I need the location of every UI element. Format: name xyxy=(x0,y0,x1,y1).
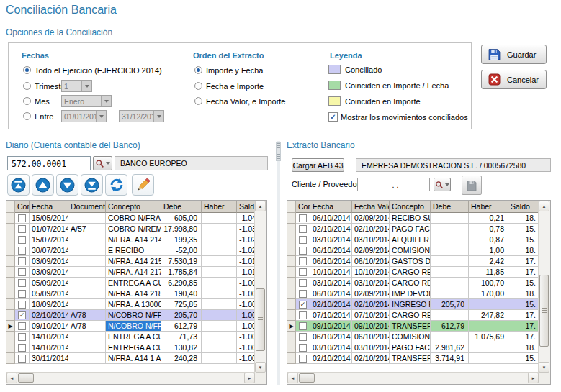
row-checkbox[interactable] xyxy=(299,247,307,255)
row-checkbox[interactable] xyxy=(299,225,307,233)
radio-todo-ejercicio[interactable]: Todo el Ejercicio (EJERCICIO 2014) xyxy=(23,64,162,76)
scroll-down-button[interactable] xyxy=(539,362,549,373)
radio-icon[interactable] xyxy=(194,66,202,74)
table-row[interactable]: 03/10/201403/10/2014ALQUILER D0,8715. xyxy=(287,234,539,245)
row-checkbox[interactable] xyxy=(18,333,26,341)
row-checkbox[interactable] xyxy=(18,214,26,222)
radio-icon[interactable] xyxy=(194,82,202,90)
row-checkbox[interactable] xyxy=(18,225,26,233)
trimestre-select[interactable]: 1 xyxy=(61,80,92,92)
table-row[interactable]: 15/07/2014N/FRA. A14 214 I199,35-1.02 xyxy=(6,234,255,245)
table-row[interactable]: 01/07/2014A/57COBRO N/REME17.998,80-1.03 xyxy=(6,224,255,234)
guardar-button[interactable]: Guardar xyxy=(481,45,547,64)
row-checkbox[interactable] xyxy=(18,311,26,319)
row-checkbox[interactable] xyxy=(18,344,26,352)
scroll-down-button[interactable] xyxy=(255,362,266,373)
row-checkbox[interactable] xyxy=(299,355,307,363)
table-row[interactable]: 02/10/2014A/78N/COBRO N/FRA205,70-1.00 xyxy=(6,310,255,321)
table-row[interactable]: 07/10/201407/10/2014CARGO REC247,8217. xyxy=(287,310,539,321)
radio-icon[interactable] xyxy=(194,97,202,105)
table-row[interactable]: 03/09/2014N/FRA. A14 217 T1.785,84-1.01 xyxy=(6,267,255,278)
row-checkbox[interactable] xyxy=(299,290,307,298)
table-row[interactable]: 06/10/201402/09/2014IMP DEVOLU170,0018. xyxy=(287,288,539,299)
splitter-grip-icon[interactable] xyxy=(276,142,281,161)
last-record-button[interactable] xyxy=(81,174,103,196)
table-row[interactable]: 05/09/2014N/FRA. A14 218 I190,40-1.00 xyxy=(6,288,255,299)
table-row[interactable]: 05/09/2014ENTREGA A CUE6.290,85-1.00 xyxy=(6,278,255,288)
cliente-search-button[interactable] xyxy=(434,178,451,191)
row-checkbox[interactable] xyxy=(299,236,307,244)
scroll-up-button[interactable] xyxy=(255,201,266,211)
row-checkbox[interactable] xyxy=(299,322,307,330)
edit-button[interactable] xyxy=(132,174,154,196)
row-checkbox[interactable] xyxy=(18,268,26,276)
table-row[interactable]: 09/10/2014A/78N/COBRO N/FRA612,79-1.00 xyxy=(6,321,255,332)
row-checkbox[interactable] xyxy=(299,268,307,276)
scroll-up-button[interactable] xyxy=(539,201,549,211)
refresh-button[interactable] xyxy=(105,174,127,196)
radio-importe-fecha[interactable]: Importe y Fecha xyxy=(194,64,263,76)
table-row[interactable]: 06/10/201402/09/2014COMISIONES1,0018. xyxy=(287,245,539,256)
row-checkbox[interactable] xyxy=(299,279,307,287)
radio-icon[interactable] xyxy=(23,82,31,90)
table-row[interactable]: 14/10/2014ENTREGA A CUE130,82-1.00 xyxy=(6,342,255,353)
scroll-right-button[interactable] xyxy=(244,373,255,383)
table-row[interactable]: 03/10/201403/10/2014PAGO FACTU2.981,6218… xyxy=(287,342,539,353)
row-checkbox[interactable] xyxy=(299,301,307,309)
row-checkbox[interactable] xyxy=(299,344,307,352)
row-checkbox[interactable] xyxy=(18,290,26,298)
scrollbar-thumb[interactable] xyxy=(299,373,315,383)
extracto-horizontal-scrollbar[interactable] xyxy=(287,372,539,384)
fecha-desde-select[interactable]: 01/01/2014 xyxy=(61,110,107,122)
panel-splitter[interactable] xyxy=(277,141,280,385)
radio-icon[interactable] xyxy=(23,66,31,74)
row-checkbox[interactable] xyxy=(299,333,307,341)
mes-select[interactable]: Enero xyxy=(61,95,112,107)
account-code-input[interactable]: 572.00.0001 xyxy=(7,156,91,170)
row-checkbox[interactable] xyxy=(18,301,26,309)
scrollbar-thumb[interactable] xyxy=(539,275,549,347)
mostrar-conciliados-checkbox[interactable] xyxy=(328,112,338,122)
extracto-vertical-scrollbar[interactable] xyxy=(538,201,550,373)
table-row[interactable]: 06/10/201406/10/2014GASTOS DES2,4217. xyxy=(287,256,539,267)
scroll-left-button[interactable] xyxy=(6,373,17,383)
table-row[interactable]: 09/10/201409/10/2014TRANSFERE612,7917. xyxy=(287,321,539,332)
fecha-hasta-select[interactable]: 31/12/2014 xyxy=(119,110,164,122)
row-checkbox[interactable] xyxy=(299,257,307,265)
table-row[interactable]: 03/10/201403/10/2014CARGO REC100,7015. xyxy=(287,278,539,288)
table-row[interactable]: 30/11/2014N/FRA. A14 1 AL240,28-1.00 xyxy=(6,353,255,364)
account-search-button[interactable] xyxy=(93,156,112,170)
row-checkbox[interactable] xyxy=(299,214,307,222)
radio-icon[interactable] xyxy=(23,112,31,120)
table-row[interactable]: 06/10/201402/09/2014RECIBO SUM0,2118. xyxy=(287,213,539,224)
cancelar-button[interactable]: Cancelar xyxy=(481,70,547,89)
row-checkbox[interactable] xyxy=(18,257,26,265)
row-checkbox[interactable] xyxy=(18,355,26,363)
row-checkbox[interactable] xyxy=(18,247,26,255)
cargar-aeb43-button[interactable]: Cargar AEB 43 xyxy=(292,158,344,172)
chevron-down-icon[interactable] xyxy=(96,111,106,122)
next-record-button[interactable] xyxy=(56,174,78,196)
table-row[interactable]: 02/10/201402/10/2014PAGO FACTU0,7815. xyxy=(287,224,539,234)
diario-vertical-scrollbar[interactable] xyxy=(254,201,266,373)
chevron-down-icon[interactable] xyxy=(101,96,111,106)
chevron-down-icon[interactable] xyxy=(81,81,91,91)
table-row[interactable]: 06/10/201406/10/2014COMISION O1.075,6917… xyxy=(287,332,539,342)
row-checkbox[interactable] xyxy=(299,311,307,319)
table-row[interactable]: 02/10/201402/10/2014INGRESO PF205,7015. xyxy=(287,299,539,310)
table-row[interactable]: 02/10/201402/10/2014TRANSFERE3.714,9115. xyxy=(287,353,539,364)
scroll-left-button[interactable] xyxy=(287,373,298,383)
table-row[interactable]: 14/10/2014ENTREGA A CUE71,73-1.00 xyxy=(6,332,255,342)
row-checkbox[interactable] xyxy=(18,322,26,330)
save-cliente-button[interactable] xyxy=(462,176,482,195)
table-row[interactable]: 18/09/2014N/FRA. A 130004725,85-1.00 xyxy=(6,299,255,310)
radio-entre[interactable]: Entre xyxy=(23,110,53,122)
radio-mes[interactable]: Mes xyxy=(23,95,50,107)
scroll-right-button[interactable] xyxy=(528,373,539,383)
radio-icon[interactable] xyxy=(23,97,31,105)
table-row[interactable]: 03/09/2014N/FRA. A14 215 I7.530,19-1.01 xyxy=(6,256,255,267)
scrollbar-thumb[interactable] xyxy=(256,288,265,351)
scrollbar-thumb[interactable] xyxy=(18,373,34,383)
row-checkbox[interactable] xyxy=(18,236,26,244)
diario-horizontal-scrollbar[interactable] xyxy=(6,372,255,384)
